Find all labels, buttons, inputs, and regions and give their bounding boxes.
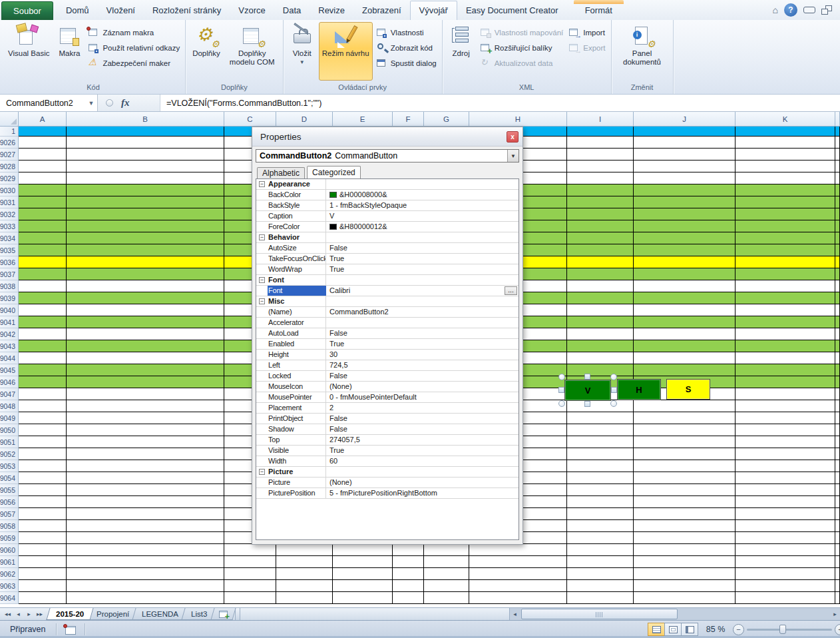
sheet-tab-2015-20[interactable]: 2015-20: [46, 608, 93, 620]
sheet-button-h[interactable]: H: [617, 379, 661, 400]
cell[interactable]: [19, 532, 67, 544]
cell[interactable]: [835, 424, 840, 436]
properties-title-bar[interactable]: Properties x: [252, 127, 523, 147]
property-category-behavior[interactable]: −Behavior: [256, 232, 519, 243]
cell[interactable]: [634, 532, 735, 544]
cell[interactable]: [835, 196, 840, 208]
cell[interactable]: [735, 196, 835, 208]
cell[interactable]: [67, 172, 224, 184]
cell[interactable]: [276, 556, 333, 568]
cell[interactable]: [835, 436, 840, 448]
property-row-printobject[interactable]: PrintObjectFalse: [256, 414, 519, 424]
cell[interactable]: [634, 184, 735, 196]
cell[interactable]: [634, 472, 735, 484]
property-category-misc[interactable]: −Misc: [256, 296, 519, 307]
restore-window-icon[interactable]: [821, 5, 832, 15]
cell[interactable]: [735, 376, 835, 388]
tab-scrollbar-splitter[interactable]: [235, 608, 240, 620]
cell[interactable]: [67, 280, 224, 292]
cell[interactable]: [567, 460, 634, 472]
cell[interactable]: [634, 592, 735, 604]
cell[interactable]: [67, 328, 224, 340]
cell[interactable]: [19, 544, 67, 556]
cell[interactable]: [634, 220, 735, 232]
cell[interactable]: [735, 220, 835, 232]
cell[interactable]: [835, 232, 840, 244]
cell[interactable]: [67, 160, 224, 172]
column-header-e[interactable]: E: [333, 112, 393, 127]
row-header-9037[interactable]: 9037: [0, 268, 19, 280]
cell[interactable]: [19, 292, 67, 304]
cell[interactable]: [19, 460, 67, 472]
cell[interactable]: [835, 472, 840, 484]
ribbon-tab-zobrazen[interactable]: Zobrazení: [353, 1, 410, 20]
cell[interactable]: [567, 184, 634, 196]
cell[interactable]: [67, 568, 224, 580]
ellipsis-button[interactable]: ...: [505, 286, 517, 295]
cell[interactable]: [19, 208, 67, 220]
cell[interactable]: [67, 232, 224, 244]
property-row-top[interactable]: Top274057,5: [256, 435, 519, 446]
cell[interactable]: [567, 292, 634, 304]
cell[interactable]: [735, 460, 835, 472]
property-row-height[interactable]: Height30: [256, 350, 519, 360]
cell[interactable]: [735, 424, 835, 436]
cell[interactable]: [67, 127, 224, 137]
cell[interactable]: [835, 460, 840, 472]
cell[interactable]: [634, 316, 735, 328]
cell[interactable]: [735, 280, 835, 292]
cell[interactable]: [634, 208, 735, 220]
row-header-9051[interactable]: 9051: [0, 436, 19, 448]
prev-sheet-icon[interactable]: ◂: [14, 611, 23, 617]
column-header-c[interactable]: C: [224, 112, 276, 127]
cell[interactable]: [835, 508, 840, 520]
cell[interactable]: [567, 400, 634, 412]
row-header-9030[interactable]: 9030: [0, 184, 19, 196]
row-header-9049[interactable]: 9049: [0, 412, 19, 424]
cell[interactable]: [835, 496, 840, 508]
row-header-9063[interactable]: 9063: [0, 580, 19, 592]
cell[interactable]: [19, 436, 67, 448]
cell[interactable]: [735, 340, 835, 352]
property-row-enabled[interactable]: EnabledTrue: [256, 339, 519, 350]
cell[interactable]: [735, 568, 835, 580]
cell[interactable]: [67, 508, 224, 520]
cell[interactable]: [567, 496, 634, 508]
scroll-right-icon[interactable]: ▸: [830, 611, 840, 617]
cell[interactable]: [67, 388, 224, 400]
selection-handle-s[interactable]: [584, 401, 590, 407]
cell[interactable]: [735, 364, 835, 376]
row-header-9048[interactable]: 9048: [0, 400, 19, 412]
cell[interactable]: [567, 472, 634, 484]
button-z-znam-makra[interactable]: Záznam makra: [86, 27, 182, 39]
cell[interactable]: [19, 556, 67, 568]
ribbon-tab-vzorce[interactable]: Vzorce: [230, 1, 274, 20]
cell[interactable]: [567, 508, 634, 520]
cell[interactable]: [67, 244, 224, 256]
cell[interactable]: [67, 196, 224, 208]
cell[interactable]: [634, 292, 735, 304]
row-header-9062[interactable]: 9062: [0, 568, 19, 580]
cell[interactable]: [67, 472, 224, 484]
name-box[interactable]: CommandButton2 ▼: [0, 95, 98, 111]
ribbon-tab-rozlo-en-str-nky[interactable]: Rozložení stránky: [144, 1, 230, 20]
column-header-k[interactable]: K: [735, 112, 835, 127]
cell[interactable]: [634, 256, 735, 268]
button-roz-i-uj-c-bal-ky[interactable]: +Rozšiřující balíky: [478, 42, 566, 54]
button-zdroj[interactable]: Zdroj: [446, 22, 477, 81]
cell[interactable]: [567, 304, 634, 316]
row-header-9026[interactable]: 9026: [0, 137, 19, 149]
cell[interactable]: [567, 580, 634, 592]
cell[interactable]: [735, 172, 835, 184]
cell[interactable]: [735, 352, 835, 364]
column-header-i[interactable]: I: [567, 112, 634, 127]
row-header-9034[interactable]: 9034: [0, 232, 19, 244]
cell[interactable]: [735, 137, 835, 149]
object-selector[interactable]: CommandButton2 CommandButton ▼: [256, 149, 519, 162]
cell[interactable]: [634, 160, 735, 172]
row-header-9059[interactable]: 9059: [0, 532, 19, 544]
cell[interactable]: [469, 568, 567, 580]
help-icon[interactable]: ?: [784, 3, 797, 17]
cell[interactable]: [67, 496, 224, 508]
cell[interactable]: [735, 127, 835, 137]
